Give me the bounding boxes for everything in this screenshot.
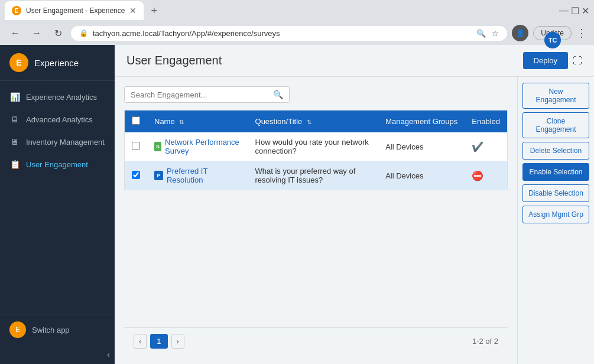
header-question: Question/Title ⇅ <box>248 110 379 133</box>
pagination-controls: ‹ 1 › <box>134 334 184 349</box>
row-checkbox-cell <box>125 132 148 161</box>
browser-tab[interactable]: E User Engagement - Experience ✕ <box>5 1 144 20</box>
row-question: What is your preferred way of resolving … <box>248 161 379 190</box>
pagination: ‹ 1 › 1-2 of 2 <box>124 327 508 355</box>
row-enabled: ⛔ <box>465 161 507 190</box>
row-checkbox-cell <box>125 161 148 190</box>
row-name: S Network Performance Survey <box>147 132 248 161</box>
row-mgmt-groups: All Devices <box>378 132 465 161</box>
collapse-icon[interactable]: ‹ <box>107 350 110 359</box>
sidebar-item-advanced-analytics[interactable]: 🖥 Advanced Analytics <box>0 108 115 131</box>
sidebar-item-label: Advanced Analytics <box>26 115 93 124</box>
lock-icon: 🔒 <box>79 29 88 37</box>
experience-analytics-icon: 📊 <box>9 92 20 102</box>
switch-app-icon: E <box>9 321 26 338</box>
refresh-button[interactable]: ↻ <box>50 25 66 41</box>
table-area: 🔍 Name ⇅ <box>115 77 517 364</box>
tab-close-icon[interactable]: ✕ <box>129 6 137 15</box>
sidebar-item-experience-analytics[interactable]: 📊 Experience Analytics <box>0 86 115 108</box>
bookmark-icon: ☆ <box>492 29 499 38</box>
new-engagement-button[interactable]: New Engagement <box>522 83 589 109</box>
minimize-button[interactable]: — <box>559 5 569 16</box>
search-icon: 🔍 <box>476 29 486 38</box>
sort-icon[interactable]: ⇅ <box>307 119 311 125</box>
content-area: 🔍 Name ⇅ <box>115 77 594 364</box>
menu-dots-button[interactable]: ⋮ <box>576 27 587 40</box>
address-bar: ← → ↻ 🔒 tachyon.acme.local/Tachyon/App/#… <box>0 21 594 45</box>
row-name: P Preferred IT Resolution <box>147 161 248 190</box>
page-title: User Engagement <box>126 54 222 67</box>
sidebar-header: E Experience <box>0 45 115 81</box>
row-enabled: ✔️ <box>465 132 507 161</box>
clone-engagement-button[interactable]: Clone Engagement <box>522 112 589 138</box>
sidebar: E Experience 📊 Experience Analytics 🖥 Ad… <box>0 45 115 364</box>
url-text: tachyon.acme.local/Tachyon/App/#/experie… <box>93 29 280 38</box>
header-mgmt-groups: Management Groups <box>378 110 465 133</box>
main-header: User Engagement Deploy ⛶ <box>115 45 594 77</box>
row-checkbox[interactable] <box>132 142 140 150</box>
tab-favicon: E <box>12 6 21 15</box>
row-question: How would you rate your network connecti… <box>248 132 379 161</box>
switch-app-footer[interactable]: E Switch app <box>0 314 115 345</box>
inventory-management-icon: 🖥 <box>9 136 20 147</box>
app-name: Experience <box>34 58 79 68</box>
sort-icon[interactable]: ⇅ <box>179 119 184 125</box>
prev-page-button[interactable]: ‹ <box>134 334 147 349</box>
user-engagement-icon: 📋 <box>9 159 20 170</box>
header-checkbox-col <box>125 110 148 133</box>
profile-icon[interactable]: 👤 <box>512 25 528 41</box>
name-icon: P <box>154 171 163 180</box>
action-panel: New Engagement Clone Engagement Delete S… <box>517 77 594 364</box>
sidebar-item-label: Inventory Management <box>26 138 105 147</box>
maximize-button[interactable]: ☐ <box>571 5 579 17</box>
table-row: P Preferred IT Resolution What is your p… <box>125 161 508 190</box>
deploy-button[interactable]: Deploy <box>523 52 568 69</box>
next-page-button[interactable]: › <box>171 334 184 349</box>
search-icon[interactable]: 🔍 <box>273 90 283 99</box>
main-content: User Engagement Deploy ⛶ 🔍 <box>115 45 594 364</box>
sidebar-item-inventory-management[interactable]: 🖥 Inventory Management <box>0 131 115 153</box>
sidebar-item-label: User Engagement <box>26 160 88 169</box>
app-logo: E <box>9 53 28 72</box>
enable-selection-button[interactable]: Enable Selection <box>522 163 589 181</box>
data-table: Name ⇅ Question/Title ⇅ Management Group… <box>124 110 508 190</box>
user-avatar[interactable]: TC <box>544 32 561 48</box>
switch-app-label: Switch app <box>32 326 70 334</box>
survey-link[interactable]: Preferred IT Resolution <box>167 167 241 184</box>
sidebar-item-label: Experience Analytics <box>26 93 97 102</box>
table-header-row: Name ⇅ Question/Title ⇅ Management Group… <box>125 110 508 133</box>
header-name: Name ⇅ <box>147 110 248 133</box>
delete-selection-button[interactable]: Delete Selection <box>522 142 589 160</box>
header-enabled: Enabled <box>465 110 507 133</box>
url-bar[interactable]: 🔒 tachyon.acme.local/Tachyon/App/#/exper… <box>71 26 507 41</box>
page-1-button[interactable]: 1 <box>150 334 167 349</box>
advanced-analytics-icon: 🖥 <box>9 114 20 125</box>
tab-title: User Engagement - Experience <box>26 6 125 15</box>
expand-button[interactable]: ⛶ <box>573 56 582 66</box>
select-all-checkbox[interactable] <box>132 116 140 125</box>
survey-link[interactable]: Network Performance Survey <box>165 138 241 155</box>
sidebar-collapse[interactable]: ‹ <box>0 345 115 364</box>
close-button[interactable]: ✕ <box>582 5 589 17</box>
search-input[interactable] <box>131 90 268 99</box>
new-tab-button[interactable]: + <box>146 2 162 20</box>
enabled-icon: ✔️ <box>472 142 483 152</box>
row-checkbox[interactable] <box>132 171 140 179</box>
sidebar-nav: 📊 Experience Analytics 🖥 Advanced Analyt… <box>0 81 115 314</box>
page-info: 1-2 of 2 <box>472 337 498 346</box>
search-bar[interactable]: 🔍 <box>124 86 290 103</box>
row-mgmt-groups: All Devices <box>378 161 465 190</box>
disable-selection-button[interactable]: Disable Selection <box>522 184 589 202</box>
table-row: S Network Performance Survey How would y… <box>125 132 508 161</box>
back-button[interactable]: ← <box>7 25 24 41</box>
name-icon: S <box>154 142 161 151</box>
forward-button[interactable]: → <box>28 25 45 41</box>
header-actions: Deploy ⛶ <box>523 52 582 69</box>
sidebar-item-user-engagement[interactable]: 📋 User Engagement <box>0 153 115 176</box>
assign-mgmt-grp-button[interactable]: Assign Mgmt Grp <box>522 206 589 223</box>
disabled-icon: ⛔ <box>472 171 483 181</box>
